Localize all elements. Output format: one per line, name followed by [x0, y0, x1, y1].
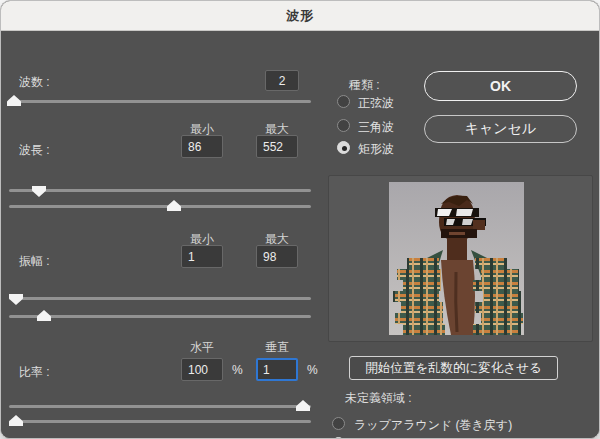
wavelength-max-slider[interactable] [9, 200, 311, 212]
wavelength-min-slider-thumb[interactable] [32, 186, 46, 197]
dialog-titlebar[interactable]: 波形 [1, 1, 599, 31]
undefined-areas-label: 未定義領域 : [345, 390, 412, 407]
slider-track[interactable] [9, 315, 311, 318]
wavelength-max-slider-thumb[interactable] [167, 200, 181, 211]
amplitude-min-slider[interactable] [9, 292, 311, 304]
slider-track[interactable] [9, 189, 311, 192]
scale-label: 比率 : [19, 364, 50, 381]
slider-track[interactable] [9, 205, 311, 208]
generators-input[interactable] [265, 70, 299, 91]
dialog-title: 波形 [286, 7, 314, 25]
wave-filter-dialog: 波形 波数 : 最小 最大 波長 : 最小 最大 振幅 : [0, 0, 600, 439]
scale-horizontal-input[interactable] [181, 358, 223, 381]
amplitude-max-input[interactable] [256, 245, 298, 268]
scale-vertical-slider[interactable] [9, 415, 311, 427]
slider-track[interactable] [9, 420, 311, 423]
wavelength-min-input[interactable] [181, 135, 223, 158]
scale-horizontal-slider-thumb[interactable] [296, 400, 310, 411]
amplitude-max-slider[interactable] [9, 310, 311, 322]
radio-wrap-around-label[interactable]: ラップアラウンド (巻き戻す) [354, 417, 512, 434]
wave-type-label: 種類 : [349, 77, 380, 94]
scale-horizontal-slider[interactable] [9, 400, 311, 412]
amplitude-max-slider-thumb[interactable] [37, 310, 51, 321]
scale-vertical-input[interactable] [256, 358, 298, 381]
randomize-start-button[interactable]: 開始位置を乱数的に変化させる [349, 356, 558, 380]
scale-horizontal-header: 水平 [181, 339, 223, 356]
preview-panel [328, 175, 593, 342]
preview-image [389, 182, 524, 335]
radio-sine-label[interactable]: 正弦波 [358, 95, 394, 112]
slider-track[interactable] [9, 405, 311, 408]
cancel-button[interactable]: キャンセル [424, 115, 577, 143]
slider-track[interactable] [9, 100, 311, 103]
generators-slider-thumb[interactable] [7, 95, 21, 106]
wavelength-max-input[interactable] [256, 135, 298, 158]
amplitude-min-slider-thumb[interactable] [9, 294, 23, 305]
radio-sine[interactable] [337, 95, 350, 108]
radio-square[interactable] [337, 141, 350, 154]
radio-triangle[interactable] [337, 119, 350, 132]
slider-track[interactable] [9, 297, 311, 300]
scale-vertical-slider-thumb[interactable] [9, 415, 23, 426]
ok-button[interactable]: OK [424, 71, 577, 101]
wavelength-min-slider[interactable] [9, 184, 311, 196]
wavelength-label: 波長 : [19, 142, 50, 159]
scale-vertical-percent: % [307, 363, 318, 377]
scale-vertical-header: 垂直 [256, 339, 298, 356]
amplitude-label: 振幅 : [19, 253, 50, 270]
generators-slider[interactable] [9, 95, 311, 107]
generators-label: 波数 : [19, 74, 50, 91]
radio-triangle-label[interactable]: 三角波 [358, 119, 394, 136]
radio-square-label[interactable]: 矩形波 [358, 141, 394, 158]
radio-wrap-around[interactable] [332, 417, 345, 430]
scale-horizontal-percent: % [232, 363, 243, 377]
dialog-content: 波数 : 最小 最大 波長 : 最小 最大 振幅 : [1, 32, 599, 438]
amplitude-min-input[interactable] [181, 245, 223, 268]
